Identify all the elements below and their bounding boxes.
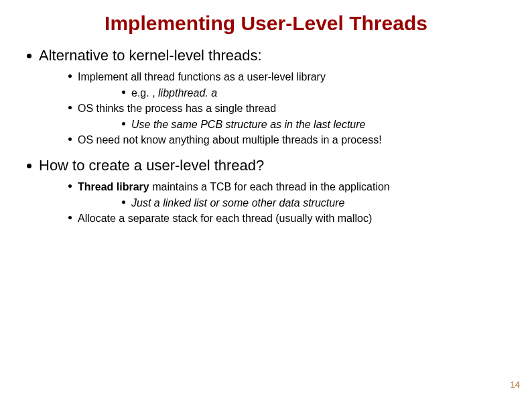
bullet-item: Thread library maintains a TCB for each …: [39, 180, 508, 210]
sub-em: libpthread. a: [158, 87, 217, 99]
bullet-item: Implement all thread functions as a user…: [39, 70, 508, 100]
sub-list: Use the same PCB structure as in the las…: [78, 117, 508, 132]
bullet-text: OS need not know anything about multiple…: [78, 134, 382, 146]
section-2-items: Thread library maintains a TCB for each …: [39, 180, 508, 226]
bullet-text: OS thinks the process has a single threa…: [78, 103, 276, 114]
bullet-text: Allocate a separate stack for each threa…: [78, 213, 372, 224]
bullet-bold: Thread library: [78, 181, 149, 192]
sub-em: Use the same PCB structure as in the las…: [131, 119, 365, 130]
section-spacer: [24, 150, 508, 157]
sub-list: Just a linked list or some other data st…: [78, 196, 508, 211]
bullet-item: Allocate a separate stack for each threa…: [39, 211, 508, 226]
bullet-item: OS thinks the process has a single threa…: [39, 101, 508, 131]
sub-prefix: e.g. ,: [131, 87, 158, 99]
section-1: Alternative to kernel-level threads: Imp…: [24, 47, 508, 148]
sub-bullet: Use the same PCB structure as in the las…: [78, 117, 508, 132]
page-number: 14: [511, 380, 520, 390]
bullet-text: maintains a TCB for each thread in the a…: [149, 181, 390, 192]
sub-bullet: Just a linked list or some other data st…: [78, 196, 508, 211]
sub-list: e.g. , libpthread. a: [78, 86, 508, 101]
sub-bullet: e.g. , libpthread. a: [78, 86, 508, 101]
section-1-items: Implement all thread functions as a user…: [39, 70, 508, 148]
section-2: How to create a user-level thread? Threa…: [24, 157, 508, 226]
bullet-item: OS need not know anything about multiple…: [39, 133, 508, 148]
slide-title: Implementing User-Level Threads: [24, 12, 508, 35]
slide: Implementing User-Level Threads Alternat…: [0, 0, 532, 399]
sub-em: Just a linked list or some other data st…: [131, 197, 344, 209]
bullet-list: Alternative to kernel-level threads: Imp…: [24, 47, 508, 226]
section-2-heading: How to create a user-level thread?: [39, 157, 264, 174]
bullet-text: Implement all thread functions as a user…: [78, 71, 326, 82]
section-1-heading: Alternative to kernel-level threads:: [39, 47, 262, 64]
